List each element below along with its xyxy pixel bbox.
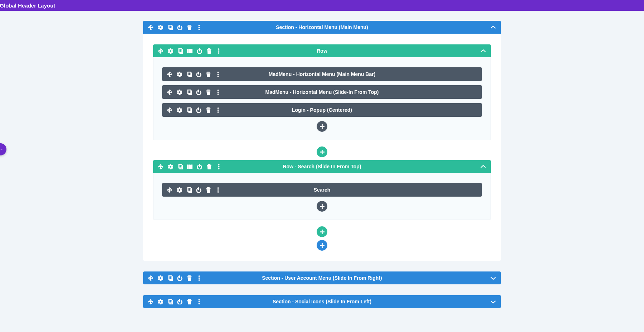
trash-icon[interactable] — [187, 299, 192, 304]
section-toolbar — [148, 275, 202, 281]
power-icon[interactable] — [196, 90, 201, 95]
add-row-button[interactable] — [317, 146, 327, 157]
more-vertical-icon[interactable] — [216, 164, 221, 169]
move-icon[interactable] — [167, 90, 172, 95]
row-body: MadMenu - Horizontal Menu (Main Menu Bar… — [153, 57, 491, 140]
expand-panel-button[interactable]: ⋯ — [0, 143, 6, 155]
gear-icon[interactable] — [177, 107, 182, 113]
trash-icon[interactable] — [206, 72, 211, 77]
trash-icon[interactable] — [206, 187, 211, 193]
row: RowMadMenu - Horizontal Menu (Main Menu … — [153, 44, 491, 140]
module-toolbar — [167, 90, 221, 95]
power-icon[interactable] — [197, 48, 202, 54]
duplicate-icon[interactable] — [186, 107, 192, 113]
trash-icon[interactable] — [206, 107, 211, 113]
power-icon[interactable] — [177, 299, 182, 304]
add-module-button[interactable] — [317, 201, 327, 212]
duplicate-icon[interactable] — [177, 48, 183, 54]
section-header[interactable]: Section - Horizontal Menu (Main Menu) — [143, 21, 501, 34]
power-icon[interactable] — [177, 25, 182, 30]
section: Section - Horizontal Menu (Main Menu)Row… — [143, 21, 501, 261]
builder-canvas: Section - Horizontal Menu (Main Menu)Row… — [143, 21, 501, 308]
chevron-down-icon[interactable] — [491, 275, 496, 281]
gear-icon[interactable] — [177, 90, 182, 95]
section-header[interactable]: Section - User Account Menu (Slide In Fr… — [143, 271, 501, 284]
more-vertical-icon[interactable] — [215, 72, 221, 77]
trash-icon[interactable] — [206, 48, 212, 54]
power-icon[interactable] — [196, 72, 201, 77]
gear-icon[interactable] — [158, 275, 163, 281]
power-icon[interactable] — [197, 164, 202, 169]
move-icon[interactable] — [167, 107, 172, 113]
gear-icon[interactable] — [158, 299, 163, 304]
section: Section - Social Icons (Slide In From Le… — [143, 295, 501, 308]
section: Section - User Account Menu (Slide In Fr… — [143, 271, 501, 284]
row-body: Search — [153, 173, 491, 220]
chevron-down-icon[interactable] — [491, 299, 496, 304]
module-header[interactable]: Search — [162, 183, 482, 197]
trash-icon[interactable] — [187, 275, 192, 281]
more-vertical-icon[interactable] — [215, 107, 221, 113]
row-header[interactable]: Row — [153, 44, 491, 57]
move-icon[interactable] — [158, 164, 164, 169]
gear-icon[interactable] — [168, 164, 173, 169]
row-toolbar — [158, 164, 221, 169]
gear-icon[interactable] — [177, 187, 182, 193]
more-vertical-icon[interactable] — [215, 90, 221, 95]
more-vertical-icon[interactable] — [196, 299, 202, 304]
module-header[interactable]: MadMenu - Horizontal Menu (Slide-In From… — [162, 85, 482, 99]
add-row-button[interactable] — [317, 226, 327, 237]
gear-icon[interactable] — [168, 48, 173, 54]
gear-icon[interactable] — [177, 72, 182, 77]
module: MadMenu - Horizontal Menu (Slide-In From… — [162, 85, 482, 99]
page-title: it Global Header Layout — [0, 3, 55, 9]
row: Row - Search (Slide In From Top)Search — [153, 160, 491, 220]
move-icon[interactable] — [148, 299, 153, 304]
page-title-bar: it Global Header Layout — [0, 0, 644, 11]
power-icon[interactable] — [196, 107, 201, 113]
chevron-up-icon[interactable] — [480, 164, 486, 169]
columns-icon[interactable] — [187, 48, 192, 54]
module-toolbar — [167, 72, 221, 77]
move-icon[interactable] — [158, 48, 164, 54]
row-toolbar — [158, 48, 221, 54]
gear-icon[interactable] — [158, 25, 163, 30]
module: MadMenu - Horizontal Menu (Main Menu Bar… — [162, 67, 482, 81]
module-toolbar — [167, 107, 221, 113]
trash-icon[interactable] — [206, 90, 211, 95]
module-header[interactable]: Login - Popup (Centered) — [162, 103, 482, 117]
move-icon[interactable] — [167, 187, 172, 193]
add-module-button[interactable] — [317, 121, 327, 132]
more-vertical-icon[interactable] — [196, 25, 202, 30]
power-icon[interactable] — [177, 275, 182, 281]
add-section-button[interactable] — [317, 240, 327, 251]
move-icon[interactable] — [167, 72, 172, 77]
duplicate-icon[interactable] — [186, 72, 192, 77]
section-toolbar — [148, 25, 202, 30]
chevron-up-icon[interactable] — [491, 25, 496, 30]
module: Login - Popup (Centered) — [162, 103, 482, 117]
ellipsis-icon: ⋯ — [0, 146, 4, 153]
chevron-up-icon[interactable] — [480, 48, 486, 54]
power-icon[interactable] — [196, 187, 201, 193]
duplicate-icon[interactable] — [186, 187, 192, 193]
move-icon[interactable] — [148, 25, 153, 30]
more-vertical-icon[interactable] — [215, 187, 221, 193]
columns-icon[interactable] — [187, 164, 192, 169]
section-body: RowMadMenu - Horizontal Menu (Main Menu … — [143, 34, 501, 261]
module-header[interactable]: MadMenu - Horizontal Menu (Main Menu Bar… — [162, 67, 482, 81]
trash-icon[interactable] — [206, 164, 212, 169]
move-icon[interactable] — [148, 275, 153, 281]
trash-icon[interactable] — [187, 25, 192, 30]
section-header[interactable]: Section - Social Icons (Slide In From Le… — [143, 295, 501, 308]
duplicate-icon[interactable] — [167, 25, 173, 30]
duplicate-icon[interactable] — [186, 90, 192, 95]
duplicate-icon[interactable] — [167, 299, 173, 304]
duplicate-icon[interactable] — [177, 164, 183, 169]
module-toolbar — [167, 187, 221, 193]
duplicate-icon[interactable] — [167, 275, 173, 281]
row-header[interactable]: Row - Search (Slide In From Top) — [153, 160, 491, 173]
more-vertical-icon[interactable] — [196, 275, 202, 281]
more-vertical-icon[interactable] — [216, 48, 221, 54]
module: Search — [162, 183, 482, 197]
